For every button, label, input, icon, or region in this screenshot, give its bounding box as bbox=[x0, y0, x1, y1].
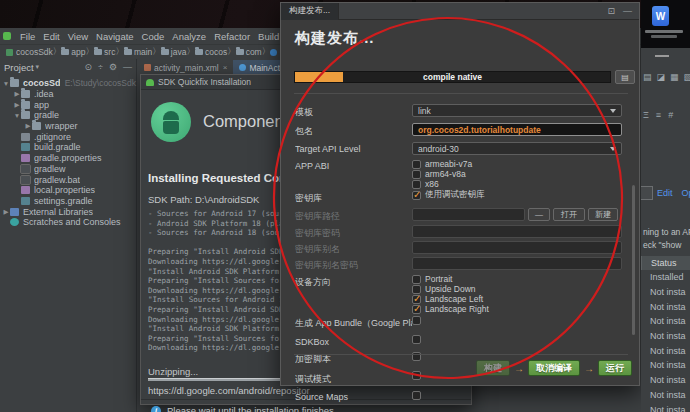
project-path: E:\Study\cocosSdk bbox=[65, 78, 136, 88]
file-type-icon bbox=[239, 64, 246, 71]
build-dialog-tab[interactable]: 构建发布... bbox=[281, 3, 339, 20]
tree-item-cocossdk[interactable]: ▼cocosSdkE:\Study\cocosSdk bbox=[0, 78, 136, 89]
menu-file[interactable]: File bbox=[16, 31, 39, 42]
run-button[interactable]: 运行 bbox=[598, 360, 632, 376]
tree-item-build-gradle[interactable]: build.gradle bbox=[0, 142, 136, 153]
menu-edit[interactable]: Edit bbox=[39, 31, 63, 42]
tree-item-wrapper[interactable]: ▶wrapper bbox=[0, 121, 136, 132]
checkbox[interactable] bbox=[412, 305, 421, 314]
text-input[interactable] bbox=[412, 123, 622, 136]
tree-item-scratches-and-consoles[interactable]: Scratches and Consoles bbox=[0, 217, 136, 228]
breadcrumb-item[interactable]: app bbox=[61, 47, 85, 57]
toolbar-icon[interactable]: ▧ bbox=[684, 72, 690, 82]
tree-item-external-libraries[interactable]: ▶External Libraries bbox=[0, 206, 136, 217]
checkbox-label: armeabi-v7a bbox=[425, 159, 472, 169]
checkbox-row bbox=[412, 315, 622, 325]
breadcrumb-label: cocosSdk bbox=[16, 47, 53, 57]
editor-tab[interactable]: activity_main.xml× bbox=[138, 60, 233, 75]
hide-window-icon[interactable]: — bbox=[623, 6, 632, 16]
new-button[interactable]: 新建 bbox=[588, 208, 618, 221]
checkbox[interactable] bbox=[412, 371, 421, 380]
tree-arrow-icon[interactable]: ▶ bbox=[24, 122, 32, 130]
status-cell: Not insta bbox=[641, 373, 690, 388]
gear-icon[interactable]: ⚙ bbox=[109, 62, 117, 72]
menu-analyze[interactable]: Analyze bbox=[168, 31, 210, 42]
breadcrumb-item[interactable]: java bbox=[161, 47, 187, 57]
tree-item-settings-gradle[interactable]: settings.gradle bbox=[0, 196, 136, 207]
breadcrumb-item[interactable]: src bbox=[94, 47, 115, 57]
link-edit[interactable]: Edit bbox=[657, 188, 673, 198]
checkbox[interactable] bbox=[412, 352, 421, 361]
float-window-icon[interactable]: ⊡ bbox=[607, 6, 615, 16]
tree-item-label: gradle.properties bbox=[34, 153, 102, 163]
checkbox[interactable] bbox=[412, 170, 421, 179]
toolbar-icon[interactable]: ◪ bbox=[657, 72, 666, 82]
toolbar-icon[interactable]: ≡ bbox=[656, 110, 661, 120]
toolbar-icon[interactable]: # bbox=[668, 110, 673, 120]
tree-arrow-icon[interactable]: ▶ bbox=[13, 101, 21, 109]
project-panel-title[interactable]: Project bbox=[4, 62, 34, 73]
menu-build[interactable]: Build bbox=[254, 31, 283, 42]
tree-arrow-icon[interactable]: ▼ bbox=[2, 80, 10, 87]
breadcrumb-item[interactable]: main bbox=[124, 47, 152, 57]
tree-arrow-icon[interactable]: ▶ bbox=[2, 208, 10, 216]
tree-item-gradlew-bat[interactable]: gradlew.bat bbox=[0, 174, 136, 185]
dropdown-Target API Level[interactable]: android-30 bbox=[412, 142, 622, 155]
dropdown-模板[interactable]: link bbox=[412, 104, 622, 117]
search-field-corner[interactable] bbox=[641, 186, 653, 200]
keystore-path-input[interactable] bbox=[412, 208, 525, 221]
scrollbar-thumb[interactable] bbox=[632, 185, 635, 335]
toolbar-icon[interactable]: ▦ bbox=[670, 72, 679, 82]
checkbox[interactable] bbox=[412, 191, 421, 200]
open-log-button[interactable]: ▤ bbox=[615, 70, 635, 84]
breadcrumb-label: com bbox=[246, 47, 262, 57]
folder-icon bbox=[21, 111, 30, 119]
menu-code[interactable]: Code bbox=[138, 31, 169, 42]
tree-arrow-icon[interactable]: ▼ bbox=[13, 112, 21, 119]
checkbox[interactable] bbox=[412, 275, 421, 284]
split-icon[interactable]: ÷ bbox=[98, 62, 103, 72]
document-app-icon[interactable]: W bbox=[652, 6, 669, 26]
open-button[interactable]: 打开 bbox=[553, 208, 585, 221]
breadcrumb-item[interactable]: cocosSdk bbox=[6, 47, 53, 57]
collapse-handle[interactable] bbox=[655, 55, 669, 57]
hide-panel-icon[interactable]: — bbox=[123, 62, 132, 72]
build-button[interactable]: 构建 bbox=[476, 360, 510, 376]
toolbar-icon[interactable]: ▤ bbox=[643, 72, 652, 82]
tree-item-gradlew[interactable]: gradlew bbox=[0, 164, 136, 175]
file-icon bbox=[10, 218, 19, 226]
text-input[interactable] bbox=[412, 257, 622, 270]
target-icon[interactable]: ⊙ bbox=[84, 62, 92, 72]
text-input[interactable] bbox=[412, 225, 622, 238]
tree-item-gradle[interactable]: ▼gradle bbox=[0, 110, 136, 121]
tree-item-local-properties[interactable]: local.properties bbox=[0, 185, 136, 196]
form-row: 生成 App Bundle（Google Play） bbox=[295, 315, 622, 330]
cancel-compile-button[interactable]: 取消编译 bbox=[528, 360, 580, 376]
menu-navigate[interactable]: Navigate bbox=[92, 31, 138, 42]
form-row: Source Maps bbox=[295, 390, 622, 402]
tree-item--gitignore[interactable]: .gitignore bbox=[0, 131, 136, 142]
breadcrumb-item[interactable]: com bbox=[236, 47, 262, 57]
file-icon bbox=[21, 165, 30, 173]
close-icon[interactable]: × bbox=[223, 63, 228, 72]
file-type-icon bbox=[144, 64, 151, 71]
tree-item-gradle-properties[interactable]: gradle.properties bbox=[0, 153, 136, 164]
breadcrumb-item[interactable]: cocos bbox=[195, 47, 227, 57]
desktop-icon-caption bbox=[645, 30, 683, 33]
text-input[interactable] bbox=[412, 241, 622, 254]
menu-view[interactable]: View bbox=[64, 31, 92, 42]
checkbox[interactable] bbox=[412, 391, 421, 400]
checkbox[interactable] bbox=[412, 180, 421, 189]
browse-button[interactable]: — bbox=[528, 208, 550, 221]
checkbox[interactable] bbox=[412, 160, 421, 169]
tree-arrow-icon[interactable]: ▶ bbox=[13, 90, 21, 98]
field-label: 密钥库别名 bbox=[295, 241, 412, 256]
menu-refactor[interactable]: Refactor bbox=[210, 31, 254, 42]
file-icon bbox=[21, 154, 30, 162]
toolbar-icon[interactable]: Ξ bbox=[643, 110, 649, 120]
field-label: 密钥库密码 bbox=[295, 225, 412, 240]
link-opt[interactable]: Opt bbox=[682, 188, 690, 198]
checkbox[interactable] bbox=[412, 335, 421, 344]
tree-item--idea[interactable]: ▶.idea bbox=[0, 89, 136, 100]
checkbox[interactable] bbox=[412, 316, 421, 325]
